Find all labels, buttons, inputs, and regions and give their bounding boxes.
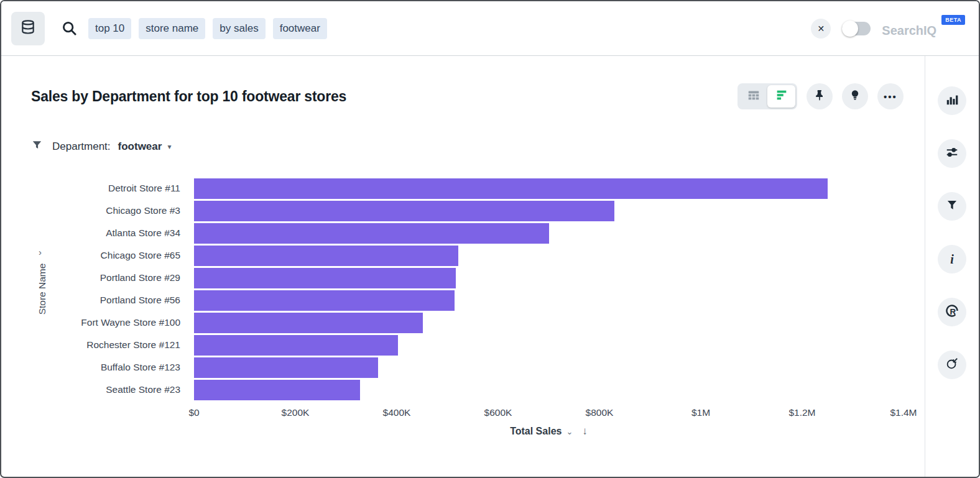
x-axis-ticks: $0$200K$400K$600K$800K$1M$1.2M$1.4M [194, 407, 904, 420]
x-tick-label: $800K [586, 407, 614, 418]
x-axis-caret-icon[interactable]: ⌄ [566, 427, 573, 436]
bar-chart: › Store Name Detroit Store #11Chicago St… [31, 177, 904, 438]
bar[interactable] [194, 380, 360, 400]
bar-track [194, 290, 904, 311]
explore-icon [945, 357, 959, 373]
search-input-area[interactable] [335, 16, 811, 41]
x-tick-label: $400K [383, 407, 411, 418]
right-toolbar: i R [925, 56, 979, 478]
bar-row: Detroit Store #11 [31, 177, 904, 200]
category-label: Rochester Store #121 [31, 339, 194, 351]
bar-track [194, 380, 904, 400]
info-icon: i [950, 252, 954, 267]
search-token[interactable]: top 10 [88, 18, 131, 39]
filter-value[interactable]: footwear [118, 140, 162, 153]
database-icon [20, 19, 36, 38]
category-label: Buffalo Store #123 [31, 362, 194, 373]
x-tick-label: $1M [691, 407, 710, 418]
search-token[interactable]: store name [139, 18, 205, 39]
content-row: Sales by Department for top 10 footwear … [1, 56, 979, 478]
svg-text:R: R [950, 307, 956, 316]
clear-search-button[interactable]: ✕ [811, 19, 831, 39]
bar-track [194, 313, 904, 333]
bar[interactable] [194, 335, 398, 356]
bar-row: Chicago Store #65 [31, 244, 904, 267]
bar[interactable] [194, 357, 378, 378]
insights-button[interactable] [842, 83, 868, 109]
search-bar: top 10store nameby salesfootwear ✕ Searc… [1, 1, 979, 56]
bar-row: Seattle Store #23 [31, 379, 904, 401]
close-icon: ✕ [817, 24, 825, 34]
search-token-area: top 10store nameby salesfootwear [61, 16, 811, 41]
bar-row: Chicago Store #3 [31, 200, 904, 222]
ellipsis-icon: ••• [884, 91, 897, 102]
bar[interactable] [194, 178, 828, 199]
bar[interactable] [194, 223, 549, 244]
more-menu-button[interactable]: ••• [877, 83, 904, 109]
r-logo-icon: R [945, 303, 959, 321]
table-mode-button[interactable] [739, 85, 767, 108]
pin-button[interactable] [807, 83, 833, 109]
beta-badge: BETA [941, 15, 965, 25]
column-chart-icon [945, 93, 959, 109]
info-button[interactable]: i [938, 245, 966, 273]
category-label: Atlanta Store #34 [31, 228, 194, 239]
data-source-button[interactable] [11, 12, 45, 45]
bar-track [194, 357, 904, 378]
bar-track [194, 268, 904, 288]
bar-track [194, 178, 904, 199]
search-token[interactable]: by sales [213, 18, 265, 39]
y-axis-chevron-icon[interactable]: › [39, 247, 42, 257]
app-window: top 10store nameby salesfootwear ✕ Searc… [0, 0, 980, 478]
explore-button[interactable] [938, 351, 966, 379]
bar-track [194, 246, 904, 266]
y-axis-label: Store Name [37, 264, 48, 315]
sort-descending-icon[interactable]: ↓ [582, 425, 588, 438]
chart-config-button[interactable] [938, 139, 966, 168]
filter-icon [946, 199, 958, 214]
bar[interactable] [194, 201, 614, 221]
bar-row: Fort Wayne Store #100 [31, 311, 904, 334]
filter-label: Department: [52, 140, 111, 153]
filter-panel-button[interactable] [938, 192, 966, 221]
answer-actions: ••• [737, 83, 904, 109]
search-bar-right: ✕ SearchIQ BETA [811, 19, 968, 39]
answer-header: Sales by Department for top 10 footwear … [31, 83, 904, 109]
category-label: Fort Wayne Store #100 [31, 317, 194, 328]
sliders-icon [945, 145, 959, 162]
pin-icon [813, 89, 826, 104]
category-label: Chicago Store #3 [31, 205, 194, 216]
page-title: Sales by Department for top 10 footwear … [31, 88, 346, 105]
category-label: Seattle Store #23 [31, 384, 194, 395]
bar[interactable] [194, 313, 423, 333]
category-label: Detroit Store #11 [31, 183, 194, 194]
x-tick-label: $1.4M [890, 407, 917, 418]
category-label: Portland Store #56 [31, 295, 194, 306]
chevron-down-icon[interactable]: ▾ [167, 142, 171, 151]
bar-row: Atlanta Store #34 [31, 222, 904, 244]
chart-type-button[interactable] [938, 86, 966, 115]
chart-mode-button[interactable] [767, 85, 795, 108]
bar-row: Portland Store #29 [31, 267, 904, 289]
search-token[interactable]: footwear [273, 18, 327, 39]
toggle-knob [842, 21, 858, 37]
searchiq-label: SearchIQ [882, 24, 936, 38]
bar-row: Buffalo Store #123 [31, 356, 904, 379]
bar-track [194, 223, 904, 244]
bar-chart-icon [775, 88, 788, 104]
bar-track [194, 201, 904, 221]
searchiq-toggle[interactable] [842, 22, 871, 35]
table-icon [747, 88, 760, 104]
x-tick-label: $200K [282, 407, 310, 418]
bar[interactable] [194, 290, 455, 311]
r-analysis-button[interactable]: R [938, 298, 966, 326]
bar-row: Portland Store #56 [31, 289, 904, 311]
search-icon [61, 20, 78, 37]
x-tick-label: $1.2M [788, 407, 815, 418]
bar-row: Rochester Store #121 [31, 334, 904, 356]
filter-row: Department: footwear ▾ [31, 139, 904, 154]
bar[interactable] [194, 268, 456, 288]
x-axis-label[interactable]: Total Sales [510, 426, 562, 437]
bar[interactable] [194, 246, 458, 266]
searchiq-area: SearchIQ BETA [882, 19, 968, 38]
